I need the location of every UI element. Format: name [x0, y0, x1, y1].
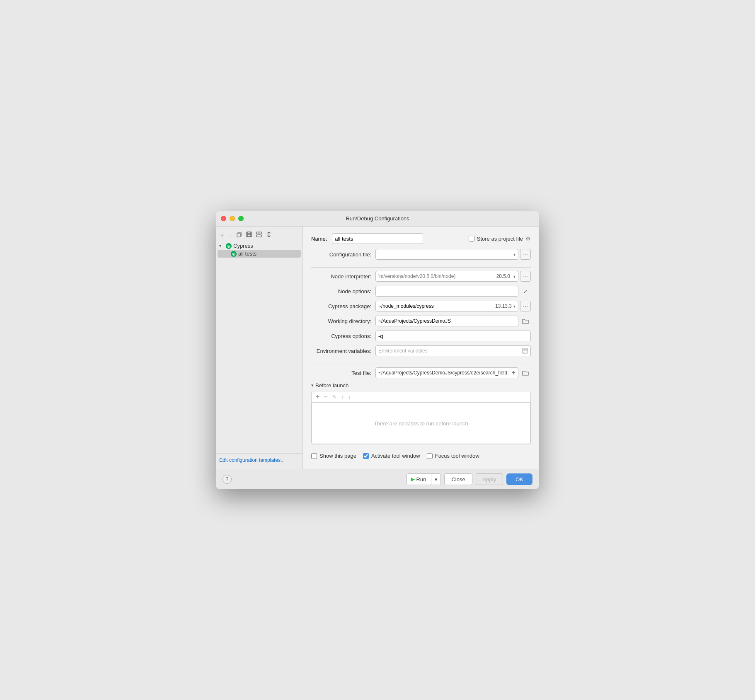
svg-rect-3: [247, 234, 251, 237]
close-button[interactable]: Close: [444, 473, 472, 485]
store-project-container: Store as project file ⚙: [469, 235, 531, 242]
activate-tool-window-checkbox[interactable]: [363, 453, 369, 459]
run-label: Run: [416, 476, 426, 483]
env-vars-icon: [522, 348, 528, 354]
focus-tool-window-item: Focus tool window: [427, 453, 479, 459]
separator-2: [311, 364, 531, 364]
run-dropdown-button[interactable]: ▾: [431, 474, 440, 485]
working-dir-label: Working directory:: [311, 318, 375, 324]
before-launch-move-up-button[interactable]: ↑: [340, 393, 345, 401]
env-vars-container: Environment variables: [375, 345, 531, 356]
content-area: + −: [216, 227, 539, 469]
sort-button[interactable]: [265, 231, 273, 239]
env-vars-row: Environment variables: Environment varia…: [311, 345, 531, 356]
before-launch-section: ▾ Before launch + − ✎ ↑ ↓ There are no t…: [311, 382, 531, 444]
cypress-package-dropdown[interactable]: ~/node_modules/cypress 13.13.3 ▾: [375, 301, 518, 311]
store-project-settings-button[interactable]: ⚙: [525, 235, 531, 242]
node-interpreter-arrow: ▾: [513, 274, 515, 279]
tree-item-cypress[interactable]: ▾ ◎ Cypress: [216, 242, 302, 250]
cypress-package-browse-button[interactable]: ···: [520, 301, 531, 311]
sidebar-bottom: Edit configuration templates...: [216, 453, 302, 466]
node-options-container: ⤢: [375, 286, 531, 297]
move-to-group-button[interactable]: [255, 231, 263, 239]
add-config-button[interactable]: +: [219, 231, 225, 239]
all-tests-icon: ◎: [231, 251, 237, 257]
copy-config-button[interactable]: [235, 231, 243, 239]
name-input[interactable]: [332, 233, 423, 244]
config-file-arrow: ▾: [513, 252, 515, 257]
maximize-button[interactable]: [238, 216, 244, 221]
chevron-icon: ▾: [219, 244, 224, 248]
env-vars-field[interactable]: Environment variables: [375, 345, 531, 356]
titlebar: Run/Debug Configurations: [216, 211, 539, 227]
working-dir-value: ~/AquaProjects/CypressDemoJS: [378, 318, 451, 324]
save-config-button[interactable]: [245, 231, 253, 239]
config-file-row: Configuration file: ▾ ···: [311, 249, 531, 260]
run-dropdown-arrow: ▾: [435, 476, 438, 483]
node-options-row: Node options: ⤢: [311, 286, 531, 297]
show-this-page-checkbox[interactable]: [311, 453, 317, 459]
close-button[interactable]: [221, 216, 226, 221]
working-dir-browse-button[interactable]: [520, 316, 531, 326]
minimize-button[interactable]: [230, 216, 235, 221]
node-interpreter-label: Node interpreter:: [311, 273, 375, 280]
cypress-package-arrow: ▾: [513, 304, 515, 309]
traffic-lights: [221, 216, 244, 221]
all-tests-label: all tests: [238, 251, 257, 257]
footer-left: ?: [223, 475, 232, 484]
activate-tool-window-label: Activate tool window: [371, 453, 420, 459]
focus-tool-window-label: Focus tool window: [435, 453, 479, 459]
help-button[interactable]: ?: [223, 475, 232, 484]
before-launch-remove-button[interactable]: −: [323, 393, 328, 401]
name-row: Name: Store as project file ⚙: [311, 233, 531, 244]
config-file-dropdown[interactable]: ▾: [375, 249, 518, 260]
node-options-expand-button[interactable]: ⤢: [520, 286, 531, 297]
node-options-label: Node options:: [311, 288, 375, 294]
run-icon: ▶: [411, 476, 415, 482]
test-file-value: ~/AquaProjects/CypressDemoJS/cypress/e2e…: [378, 370, 510, 376]
before-launch-label: Before launch: [315, 382, 348, 389]
test-file-field[interactable]: ~/AquaProjects/CypressDemoJS/cypress/e2e…: [375, 367, 518, 378]
node-interpreter-browse-button[interactable]: ···: [520, 271, 531, 282]
before-launch-edit-button[interactable]: ✎: [331, 393, 338, 401]
store-project-checkbox[interactable]: [469, 236, 474, 241]
node-interpreter-path: 'm/versions/node/v20.5.0/bin/node): [378, 273, 455, 279]
before-launch-move-down-button[interactable]: ↓: [347, 393, 352, 401]
main-window: Run/Debug Configurations + −: [216, 211, 539, 489]
test-file-browse-button[interactable]: [520, 367, 531, 378]
ok-button[interactable]: OK: [506, 473, 532, 485]
name-label: Name:: [311, 236, 327, 242]
before-launch-chevron[interactable]: ▾: [311, 383, 314, 388]
show-this-page-item: Show this page: [311, 453, 356, 459]
remove-config-button[interactable]: −: [227, 231, 232, 239]
env-vars-label: Environment variables:: [311, 348, 375, 354]
working-dir-row: Working directory: ~/AquaProjects/Cypres…: [311, 316, 531, 326]
test-file-row: Test file: ~/AquaProjects/CypressDemoJS/…: [311, 367, 531, 378]
run-button-container: ▶ Run ▾: [407, 473, 441, 485]
config-file-label: Configuration file:: [311, 251, 375, 258]
before-launch-toolbar: + − ✎ ↑ ↓: [312, 391, 530, 403]
test-file-container: ~/AquaProjects/CypressDemoJS/cypress/e2e…: [375, 367, 531, 378]
node-interpreter-row: Node interpreter: 'm/versions/node/v20.5…: [311, 271, 531, 282]
config-file-field-container: ▾ ···: [375, 249, 531, 260]
window-title: Run/Debug Configurations: [346, 215, 409, 222]
test-file-add-button[interactable]: +: [512, 369, 515, 377]
working-dir-field[interactable]: ~/AquaProjects/CypressDemoJS: [375, 316, 518, 326]
svg-rect-5: [259, 232, 261, 234]
cypress-options-input[interactable]: [375, 331, 531, 341]
main-form: Name: Store as project file ⚙ Configurat…: [303, 227, 539, 469]
node-options-input[interactable]: [375, 286, 518, 297]
checkboxes-row: Show this page Activate tool window Focu…: [311, 449, 531, 462]
node-interpreter-field-container: 'm/versions/node/v20.5.0/bin/node) 20.5.…: [375, 271, 531, 282]
run-button[interactable]: ▶ Run: [407, 474, 432, 485]
tree-item-all-tests[interactable]: ◎ all tests: [218, 250, 301, 258]
node-interpreter-dropdown[interactable]: 'm/versions/node/v20.5.0/bin/node) 20.5.…: [375, 271, 518, 282]
config-file-browse-button[interactable]: ···: [520, 249, 531, 260]
show-this-page-label: Show this page: [319, 453, 356, 459]
apply-button[interactable]: Apply: [476, 473, 503, 485]
focus-tool-window-checkbox[interactable]: [427, 453, 433, 459]
edit-templates-link[interactable]: Edit configuration templates...: [219, 457, 285, 463]
footer-right: ▶ Run ▾ Close Apply OK: [407, 473, 532, 485]
before-launch-add-button[interactable]: +: [315, 393, 320, 401]
store-project-label: Store as project file: [477, 236, 523, 242]
